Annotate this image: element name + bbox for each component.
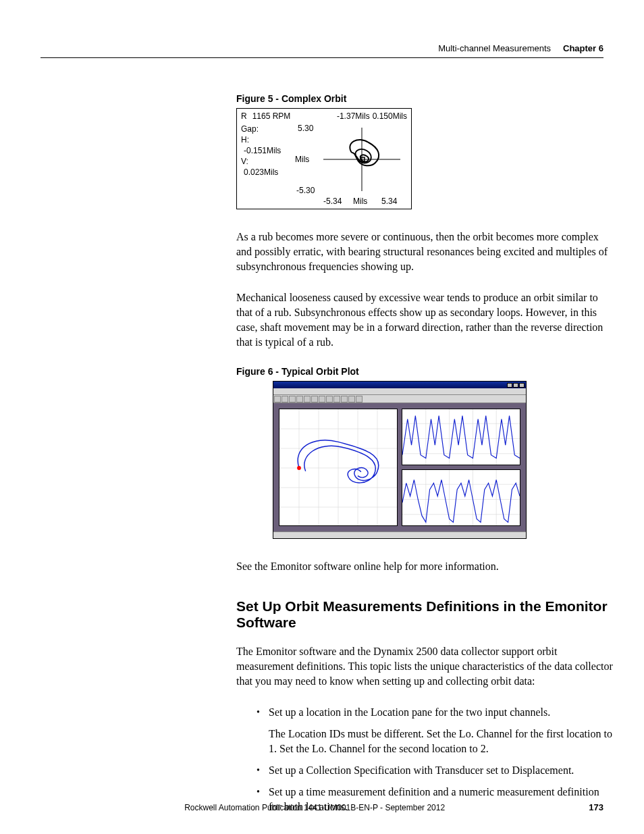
toolbar-icon — [281, 396, 288, 402]
figure6-caption: Figure 6 - Typical Orbit Plot — [236, 366, 614, 377]
fig5-indicator: R — [241, 111, 247, 121]
fig6-waveform-top — [402, 409, 520, 465]
bullet-text: Set up a Collection Specification with T… — [269, 764, 574, 776]
figure5-complex-orbit: R 1165 RPM -1.37Mils 0.150Mils Gap: H: -… — [236, 108, 412, 209]
main-content: Figure 5 - Complex Orbit R 1165 RPM -1.3… — [236, 93, 614, 814]
fig5-h-val: -0.151Mils — [241, 145, 281, 156]
fig5-rpm: 1165 RPM — [252, 111, 291, 121]
page-footer: Rockwell Automation Publication 1441-UM0… — [41, 802, 603, 812]
paragraph-2: Mechanical looseness caused by excessive… — [236, 290, 614, 350]
minimize-icon — [507, 383, 512, 388]
fig5-topval2: 0.150Mils — [373, 111, 407, 121]
bullet-item-2: Set up a Collection Specification with T… — [257, 763, 614, 778]
footer-publication: Rockwell Automation Publication 1441-UM0… — [184, 803, 445, 812]
fig5-xleft: -5.34 — [323, 197, 342, 206]
header-chapter: Chapter 6 — [563, 43, 603, 53]
fig5-ybot: -5.30 — [296, 186, 315, 195]
fig5-ytop: 5.30 — [298, 124, 313, 133]
fig5-h-label: H: — [241, 134, 281, 145]
fig5-orbit-plot — [318, 122, 406, 197]
fig6-waveform-bottom — [402, 469, 520, 526]
figure5-caption: Figure 5 - Complex Orbit — [236, 93, 614, 104]
toolbar-icon — [356, 396, 363, 402]
toolbar-icon — [304, 396, 311, 402]
fig6-toolbar — [273, 395, 526, 403]
figure6-typical-orbit — [273, 381, 527, 539]
fig5-v-val: 0.023Mils — [241, 167, 281, 178]
svg-point-13 — [297, 466, 301, 470]
section-heading: Set Up Orbit Measurements Definitions in… — [236, 598, 614, 631]
toolbar-icon — [319, 396, 325, 402]
toolbar-icon — [311, 396, 318, 402]
paragraph-3: See the Emonitor software online help fo… — [236, 559, 614, 574]
fig5-topval1: -1.37Mils — [337, 111, 370, 121]
bullet-text: Set up a location in the Location pane f… — [269, 706, 550, 718]
bullet-subtext: The Location IDs must be different. Set … — [269, 727, 614, 756]
running-header: Multi-channel Measurements Chapter 6 — [41, 43, 603, 58]
toolbar-icon — [274, 396, 281, 402]
fig5-yunit: Mils — [295, 155, 309, 164]
toolbar-icon — [341, 396, 348, 402]
fig6-menubar — [273, 388, 526, 395]
close-icon — [519, 383, 525, 388]
paragraph-1: As a rub becomes more severe or continuo… — [236, 230, 614, 274]
fig5-gap-label: Gap: — [241, 124, 281, 134]
fig5-v-label: V: — [241, 156, 281, 167]
fig5-xright: 5.34 — [381, 197, 397, 206]
toolbar-icon — [348, 396, 355, 402]
fig5-xunit: Mils — [353, 197, 367, 206]
bullet-list: Set up a location in the Location pane f… — [236, 705, 614, 814]
toolbar-icon — [333, 396, 340, 402]
paragraph-4: The Emonitor software and the Dynamix 25… — [236, 644, 614, 689]
bullet-item-1: Set up a location in the Location pane f… — [257, 705, 614, 756]
footer-page-number: 173 — [589, 802, 603, 812]
toolbar-icon — [296, 396, 303, 402]
header-section: Multi-channel Measurements — [438, 43, 551, 53]
fig6-orbit-plot — [279, 409, 398, 526]
fig6-statusbar — [273, 531, 526, 538]
maximize-icon — [513, 383, 518, 388]
fig6-titlebar — [273, 382, 526, 388]
toolbar-icon — [289, 396, 296, 402]
toolbar-icon — [326, 396, 333, 402]
